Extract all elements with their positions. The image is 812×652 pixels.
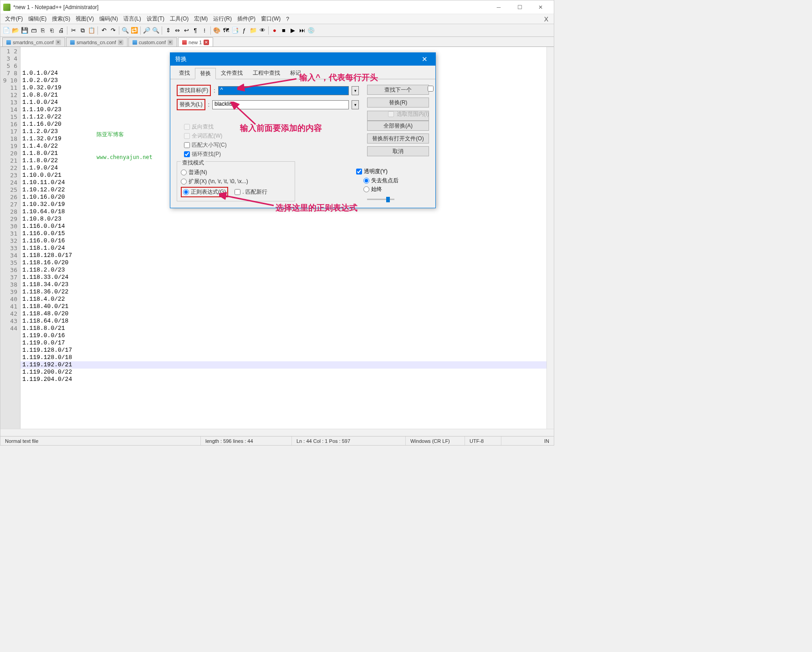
replace-all-open-button[interactable]: 替换所有打开文件(O) bbox=[367, 133, 429, 144]
play-icon[interactable]: ▶ bbox=[289, 26, 297, 35]
on-lose-focus-radio[interactable]: 失去焦点后 bbox=[363, 177, 429, 185]
dialog-title: 替换 bbox=[175, 55, 187, 63]
tab-close-icon[interactable]: ✕ bbox=[168, 40, 173, 45]
find-icon[interactable]: 🔍 bbox=[121, 26, 129, 35]
menu-run[interactable]: 运行(R) bbox=[210, 14, 235, 24]
file-icon bbox=[70, 40, 75, 45]
stop-icon[interactable]: ■ bbox=[280, 26, 288, 35]
cancel-button[interactable]: 取消 bbox=[367, 146, 429, 156]
save-icon[interactable]: 💾 bbox=[20, 26, 29, 35]
menu-view[interactable]: 视图(V) bbox=[73, 14, 97, 24]
tab-close-icon[interactable]: ✕ bbox=[204, 40, 209, 45]
tabbar: smartdns_cm.conf✕smartdns_cn.conf✕custom… bbox=[0, 37, 554, 47]
menu-help[interactable]: ? bbox=[283, 15, 292, 23]
replace-input[interactable]: blacklist- bbox=[212, 100, 349, 109]
open-file-icon[interactable]: 📂 bbox=[11, 26, 20, 35]
in-selection-label: 选取范围内(I) bbox=[397, 110, 429, 118]
file-tab-0[interactable]: smartdns_cm.conf✕ bbox=[2, 37, 65, 46]
transparency-slider[interactable] bbox=[363, 195, 429, 201]
close-button[interactable]: ✕ bbox=[530, 0, 551, 14]
print-icon[interactable]: 🖨 bbox=[57, 26, 65, 35]
file-tab-1[interactable]: smartdns_cn.conf✕ bbox=[66, 37, 128, 46]
replace-button[interactable]: 替换(R) bbox=[367, 98, 429, 108]
zoom-in-icon[interactable]: 🔎 bbox=[143, 26, 151, 35]
menu-tools[interactable]: 工具(O) bbox=[167, 14, 191, 24]
menu-close-x[interactable]: X bbox=[541, 15, 552, 23]
replace-history-dropdown[interactable]: ▾ bbox=[352, 100, 359, 109]
horizontal-scrollbar[interactable] bbox=[0, 429, 554, 436]
minimize-button[interactable]: ─ bbox=[488, 0, 509, 14]
folder-icon[interactable]: 📁 bbox=[249, 26, 257, 35]
file-icon bbox=[133, 40, 137, 45]
tab-close-icon[interactable]: ✕ bbox=[118, 40, 123, 45]
menu-edit[interactable]: 编辑(E) bbox=[26, 14, 49, 24]
show-all-icon[interactable]: ¶ bbox=[191, 26, 199, 35]
indent-guide-icon[interactable]: ⫶ bbox=[200, 26, 209, 35]
doc-list-icon[interactable]: 📑 bbox=[231, 26, 239, 35]
wrap-icon[interactable]: ↩ bbox=[182, 26, 190, 35]
mode-extended-radio[interactable]: 扩展(X) (\n, \r, \t, \0, \x...) bbox=[181, 178, 291, 185]
monitor-icon[interactable]: 👁 bbox=[258, 26, 266, 35]
tab-find-in-projects[interactable]: 工程中查找 bbox=[248, 67, 285, 79]
undo-icon[interactable]: ↶ bbox=[100, 26, 108, 35]
dialog-close-icon[interactable]: ✕ bbox=[418, 53, 431, 66]
file-tab-2[interactable]: custom.conf✕ bbox=[128, 37, 177, 46]
save-macro-icon[interactable]: 💿 bbox=[307, 26, 315, 35]
play-multi-icon[interactable]: ⏭ bbox=[298, 26, 306, 35]
copy-icon[interactable]: ⧉ bbox=[78, 26, 87, 35]
menu-file[interactable]: 文件(F) bbox=[2, 14, 26, 24]
close-file-icon[interactable]: ⎘ bbox=[39, 26, 47, 35]
menu-macro[interactable]: 宏(M) bbox=[191, 14, 210, 24]
func-list-icon[interactable]: ƒ bbox=[240, 26, 248, 35]
menu-settings[interactable]: 设置(T) bbox=[144, 14, 167, 24]
watermark-line2: www.chenyajun.net bbox=[97, 154, 153, 161]
sync-v-icon[interactable]: ⇕ bbox=[164, 26, 172, 35]
status-insert: IN bbox=[501, 436, 554, 445]
record-icon[interactable]: ● bbox=[271, 26, 279, 35]
replace-all-button[interactable]: 全部替换(A) bbox=[367, 121, 429, 131]
status-encoding: UTF-8 bbox=[465, 436, 501, 445]
vertical-scrollbar[interactable] bbox=[546, 47, 554, 429]
match-newline-check[interactable]: . 匹配新行 bbox=[235, 188, 267, 196]
app-icon bbox=[3, 4, 10, 11]
paste-icon[interactable]: 📋 bbox=[87, 26, 96, 35]
close-all-icon[interactable]: ⎗ bbox=[48, 26, 56, 35]
find-history-dropdown[interactable]: ▾ bbox=[352, 86, 359, 95]
search-mode-fieldset: 查找模式 普通(N) 扩展(X) (\n, \r, \t, \0, \x...)… bbox=[177, 161, 295, 201]
tab-label: new 1 bbox=[189, 40, 202, 45]
maximize-button[interactable]: ☐ bbox=[509, 0, 530, 14]
line-gutter: 1 2 3 4 5 6 7 8 9 10 11 12 13 14 15 16 1… bbox=[0, 47, 20, 429]
tab-replace[interactable]: 替换 bbox=[195, 68, 216, 79]
watermark-line1: 陈亚军博客 bbox=[97, 131, 153, 138]
file-tab-3[interactable]: new 1✕ bbox=[178, 37, 213, 46]
file-icon bbox=[182, 40, 187, 45]
menu-search[interactable]: 搜索(S) bbox=[49, 14, 73, 24]
always-radio[interactable]: 始终 bbox=[363, 185, 429, 193]
annotation-1: 输入^，代表每行开头 bbox=[299, 72, 378, 83]
transparency-check[interactable]: 透明度(Y) bbox=[356, 168, 429, 175]
find-next-button[interactable]: 查找下一个 bbox=[367, 85, 429, 95]
menu-encoding[interactable]: 编码(N) bbox=[97, 14, 121, 24]
sync-h-icon[interactable]: ⇔ bbox=[173, 26, 181, 35]
replace-icon[interactable]: 🔁 bbox=[130, 26, 138, 35]
mode-regex-radio[interactable]: 正则表达式(G) bbox=[181, 187, 228, 197]
save-all-icon[interactable]: 🗃 bbox=[30, 26, 38, 35]
udl-icon[interactable]: 🎨 bbox=[213, 26, 221, 35]
redo-icon[interactable]: ↷ bbox=[109, 26, 117, 35]
new-file-icon[interactable]: 📄 bbox=[2, 26, 10, 35]
zoom-out-icon[interactable]: 🔍 bbox=[152, 26, 160, 35]
menu-language[interactable]: 语言(L) bbox=[121, 14, 144, 24]
cut-icon[interactable]: ✂ bbox=[69, 26, 77, 35]
menu-plugins[interactable]: 插件(P) bbox=[235, 14, 258, 24]
find-input[interactable]: ^ bbox=[218, 86, 349, 95]
tab-label: custom.conf bbox=[139, 40, 166, 45]
status-eol: Windows (CR LF) bbox=[406, 436, 465, 445]
extra-checkbox[interactable] bbox=[428, 86, 434, 92]
tab-find-in-files[interactable]: 文件查找 bbox=[216, 67, 248, 79]
tab-find[interactable]: 查找 bbox=[174, 67, 195, 79]
mode-normal-radio[interactable]: 普通(N) bbox=[181, 169, 291, 176]
doc-map-icon[interactable]: 🗺 bbox=[222, 26, 230, 35]
dialog-titlebar[interactable]: 替换 ✕ bbox=[170, 53, 435, 66]
menu-window[interactable]: 窗口(W) bbox=[258, 14, 283, 24]
tab-close-icon[interactable]: ✕ bbox=[56, 40, 61, 45]
